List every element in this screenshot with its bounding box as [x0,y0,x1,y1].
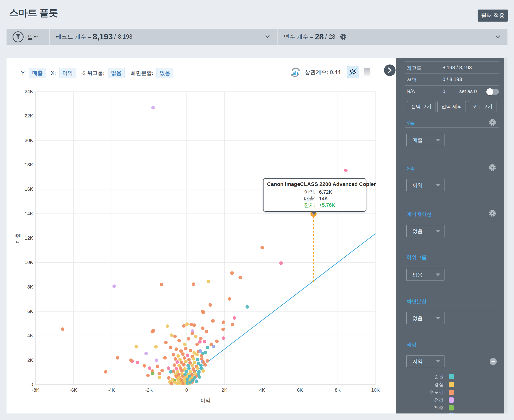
scatter-point[interactable] [221,328,225,331]
scatter-point[interactable] [148,366,151,370]
scatter-point[interactable] [228,297,231,301]
scatter-point[interactable] [174,347,178,351]
set-as-zero-toggle[interactable] [487,89,499,95]
scatter-point[interactable] [196,358,199,361]
scatter-point[interactable] [160,369,164,372]
scatter-point[interactable] [233,316,236,320]
scatter-point[interactable] [245,305,249,309]
scatter-point[interactable] [104,370,107,374]
scatter-point[interactable] [186,354,189,357]
legend-item[interactable]: 제주 [396,404,504,412]
scatter-point[interactable] [166,324,169,328]
scatter-point[interactable] [179,349,183,353]
scatter-point[interactable] [190,364,194,367]
animation-gear-icon[interactable] [489,209,496,218]
scatter-point[interactable] [187,358,191,361]
scatter-plot[interactable]: -8K-6K-4K-2K02K4K6K8K10K02K4K6K8K10K12K1… [7,58,396,413]
scatter-point[interactable] [152,329,155,332]
y-axis-gear-icon[interactable] [489,119,496,127]
show-selected-button[interactable]: 선택 보기 [407,101,435,112]
scatter-point[interactable] [170,333,173,337]
scatter-point[interactable] [167,366,170,370]
exclude-selected-button[interactable]: 선택 제외 [437,101,466,112]
scatter-point[interactable] [144,352,148,355]
gear-icon[interactable] [340,33,347,40]
scatter-point[interactable] [173,335,177,338]
scatter-point[interactable] [175,382,179,385]
scatter-point[interactable] [198,375,201,379]
scatter-point[interactable] [156,365,159,368]
scatter-point[interactable] [174,357,177,361]
scatter-point[interactable] [187,337,190,341]
scatter-point[interactable] [279,261,283,265]
scatter-point[interactable] [183,342,186,346]
scatter-point[interactable] [198,340,202,344]
scatter-point[interactable] [205,330,208,333]
scatter-point[interactable] [206,346,209,349]
scatter-point[interactable] [222,320,225,324]
scatter-point[interactable] [215,339,219,343]
scatter-point[interactable] [206,359,209,363]
scatter-point[interactable] [207,280,210,283]
scatter-point[interactable] [146,374,150,377]
apply-filter-button[interactable]: 필터 적용 [478,10,508,22]
scatter-point[interactable] [154,345,158,348]
scatter-point[interactable] [192,323,196,327]
scatter-point[interactable] [189,349,192,352]
scatter-point[interactable] [184,347,187,350]
scatter-point[interactable] [151,106,155,109]
scatter-point[interactable] [151,372,154,375]
y-axis-dropdown[interactable]: 매출 [406,134,444,146]
scatter-point[interactable] [177,339,181,342]
scatter-point[interactable] [203,363,207,367]
scatter-point[interactable] [191,357,195,361]
scatter-point[interactable] [135,345,138,348]
scatter-point[interactable] [160,283,163,286]
scatter-point[interactable] [182,324,185,328]
scatter-point[interactable] [158,376,161,379]
record-count-segment[interactable]: 레코드 개수 = 8,193 / 8,193 [49,29,277,45]
scatter-point[interactable] [195,342,199,346]
scatter-point[interactable] [201,310,205,313]
scatter-point[interactable] [183,356,186,360]
scatter-point[interactable] [261,246,264,249]
scatter-point[interactable] [155,359,158,362]
scatter-point[interactable] [190,332,194,335]
legend-item[interactable]: 충청 [396,412,504,413]
scatter-point[interactable] [112,285,116,288]
scatter-point[interactable] [195,379,198,383]
scatter-point[interactable] [129,359,133,362]
x-axis-gear-icon[interactable] [489,164,496,172]
scatter-point[interactable] [344,169,348,172]
filter-segment[interactable]: 필터 [7,29,49,45]
chevron-down-icon[interactable] [265,35,270,39]
scatter-point[interactable] [175,360,179,364]
scatter-point[interactable] [172,369,175,373]
scatter-point[interactable] [196,366,199,370]
scatter-point[interactable] [178,358,182,361]
scatter-point[interactable] [201,326,205,330]
scatter-point[interactable] [211,319,215,323]
scatter-point[interactable] [222,336,225,340]
scatter-point[interactable] [174,367,178,371]
scatter-point[interactable] [169,346,172,349]
scatter-point[interactable] [163,356,167,360]
scatter-point[interactable] [199,337,203,340]
scatter-point[interactable] [173,363,176,367]
scatter-point[interactable] [200,354,203,358]
scatter-point[interactable] [230,271,234,275]
chevron-down-icon[interactable] [495,35,500,39]
scatter-point[interactable] [192,282,195,286]
scatter-point[interactable] [209,303,212,307]
scatter-point[interactable] [193,361,196,364]
scatter-point[interactable] [184,360,187,364]
subgroup-dropdown[interactable]: 없음 [406,269,444,281]
animation-dropdown[interactable]: 없음 [406,225,444,237]
scatter-point[interactable] [202,369,205,373]
scatter-point[interactable] [182,363,185,367]
scatter-point[interactable] [170,382,173,385]
legend-item[interactable]: 강원 [396,373,504,381]
legend-item[interactable]: 전라 [396,396,504,404]
scatter-point[interactable] [194,335,198,338]
legend-item[interactable]: 경상 [396,381,504,388]
